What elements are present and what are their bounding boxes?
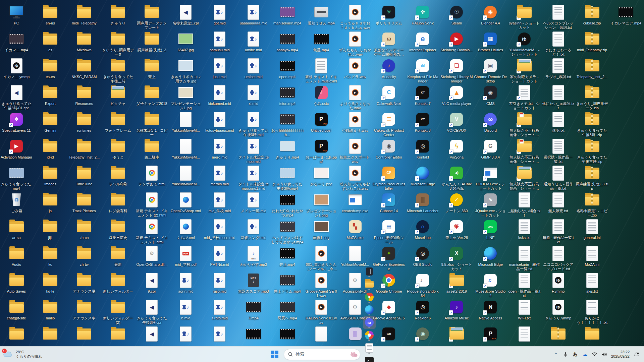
desktop-icon[interactable]: ◉↗Controller Editor <box>372 138 406 160</box>
desktop-icon[interactable]: ▶↗Steinberg Downlo... <box>440 31 474 52</box>
desktop-icon[interactable]: ☰↗Cakewalk Product Center <box>372 111 406 137</box>
notification-bell-icon[interactable] <box>633 350 639 359</box>
desktop-icon[interactable] <box>541 326 575 343</box>
volume-icon[interactable] <box>601 350 607 359</box>
desktop-icon[interactable]: きゅうり食ってた午後3時.mp4 <box>270 165 304 191</box>
desktop-icon[interactable]: Images <box>33 165 67 186</box>
desktop-icon[interactable]: ar-sa <box>0 219 34 240</box>
desktop-icon[interactable]: ♪umibet.mid <box>236 58 270 79</box>
desktop-icon[interactable]: イカレマニア.mp4 <box>609 4 643 25</box>
desktop-icon[interactable]: ニコニコバックアップロード.txt <box>541 245 575 271</box>
desktop-icon[interactable] <box>67 326 101 343</box>
desktop-icon[interactable]: ♪b.mid <box>169 299 203 320</box>
desktop-icon[interactable]: ♪メドレー風.mid <box>236 192 270 213</box>
desktop-icon[interactable]: midi_Telepathy.zip <box>575 31 609 52</box>
desktop-icon[interactable]: V↗VOICEVOX <box>440 111 474 133</box>
desktop-icon[interactable]: ♪ <box>203 326 236 343</box>
wifi-icon[interactable] <box>592 350 598 359</box>
desktop-icon[interactable]: malib <box>33 299 67 320</box>
desktop-icon[interactable]: ↗ <box>440 326 474 343</box>
desktop-icon[interactable]: Gemini <box>33 111 67 133</box>
desktop-icon[interactable]: ♪新規ソング.mid <box>236 219 270 240</box>
desktop-icon[interactable]: ゆきゅうり.ymmp <box>541 299 575 320</box>
onedrive-icon[interactable]: ☁ <box>582 350 588 359</box>
weather-widget[interactable]: 9+ 28°C くもりのち晴れ <box>0 347 46 362</box>
desktop-icon[interactable]: 無人販売.txt <box>541 192 575 213</box>
desktop-icon[interactable]: 井上ドラム.mp4 <box>270 272 304 294</box>
desktop-icon[interactable]: ♪うみ.ustx <box>304 84 338 106</box>
desktop-icon[interactable]: ♪rajio.mid <box>203 272 236 294</box>
desktop-icon[interactable]: きゅうり食ってた午後三時 <box>101 58 135 83</box>
desktop-icon[interactable]: ◀9.cpr <box>135 272 169 294</box>
desktop-icon[interactable]: manisekarin.mp4 <box>270 4 304 25</box>
desktop-icon[interactable]: ılıl↗Keepforest File Manager <box>406 58 440 83</box>
desktop-icon[interactable]: ◎↗OBS Studio <box>406 245 440 267</box>
desktop-icon[interactable]: es <box>33 31 67 52</box>
desktop-icon[interactable]: 名称未設定1 - コピー <box>135 111 169 137</box>
desktop-icon[interactable]: ▒↗Minecraft Launcher <box>406 192 440 213</box>
desktop-icon[interactable]: LINE↗LINE <box>474 219 507 240</box>
desktop-icon[interactable] <box>236 326 270 343</box>
desktop-icon[interactable]: レジ袋有料 <box>101 192 135 213</box>
desktop-icon[interactable]: 新しいフォルダー <box>101 272 135 294</box>
desktop-icon[interactable]: ピクチャ <box>101 84 135 106</box>
desktop-icon[interactable]: 売上 <box>135 58 169 79</box>
desktop-icon[interactable]: ✓↗ノートン 360 <box>440 192 474 213</box>
taskbar-app-discord[interactable]: ω <box>363 316 376 329</box>
desktop-icon[interactable]: ▶↗Activation Manager <box>0 138 34 160</box>
desktop-icon[interactable]: ありがとう！！！！！！.txt <box>575 299 609 325</box>
desktop-icon[interactable]: かるーく.png <box>304 165 338 186</box>
desktop-icon[interactable]: ✜↗HALion Sonic <box>406 4 440 25</box>
desktop-icon[interactable]: 羽尻へ.mp4 <box>270 299 304 320</box>
desktop-icon[interactable] <box>33 326 67 343</box>
desktop-icon[interactable]: 筆↗筆まめ Ver.28 <box>440 219 474 240</box>
desktop-icon[interactable]: ♪hamusu.mid <box>203 31 236 52</box>
desktop-icon[interactable] <box>270 326 304 343</box>
desktop-icon[interactable]: jijii <box>33 219 67 240</box>
desktop-icon[interactable]: きゅうり.mp4 <box>270 138 304 160</box>
desktop-icon[interactable]: ∿↗JQuake.exe - ショートカット <box>474 192 507 218</box>
desktop-icon[interactable]: 無題 - 親作品一覧.txt <box>541 219 575 244</box>
desktop-icon[interactable]: 最新 <box>101 245 135 267</box>
desktop-icon[interactable]: ♪sirofo.mid <box>203 299 236 320</box>
desktop-icon[interactable]: ◀ <box>135 326 169 343</box>
desktop-icon[interactable]: midi_Telepathy <box>67 4 101 25</box>
desktop-icon[interactable]: ohhayo-.mp4 <box>270 31 304 52</box>
desktop-icon[interactable]: ♪mid_学校muse.mid <box>203 219 236 240</box>
desktop-icon[interactable]: 新規 テキスト ドキュメント (2).html <box>135 192 169 218</box>
desktop-icon[interactable]: 名称未設定1 - コピー.zip <box>575 192 609 218</box>
desktop-icon[interactable]: open - 親作品一覧.txt <box>507 272 541 298</box>
desktop-icon[interactable]: ◀きゅうり食ってた午後3時-01.cpr <box>0 84 34 110</box>
desktop-icon[interactable]: cubase.zip <box>575 4 609 25</box>
desktop-icon[interactable]: きゅうり_調声用データ <box>101 31 135 57</box>
desktop-icon[interactable]: 調声練習(失敗)_3.zip <box>575 165 609 191</box>
desktop-icon[interactable]: C↗Cakewalk Next <box>372 84 406 106</box>
taskbar-app-edge[interactable] <box>363 303 376 316</box>
desktop-icon[interactable]: ja <box>33 192 67 213</box>
desktop-icon[interactable]: 通知うぜえ - 親作品一覧.txt <box>541 165 575 191</box>
desktop-icon[interactable]: ✦↗GeForce Experience <box>372 245 406 271</box>
desktop-icon[interactable]: ♪jusu.mid <box>203 58 236 79</box>
desktop-icon[interactable]: YukkuriMovieM... <box>338 245 372 267</box>
desktop-icon[interactable]: ↗syasinn - ショートカット <box>507 4 541 30</box>
desktop-icon[interactable]: おっhhhhhhhhhhhhh... <box>270 111 304 137</box>
tray-clock[interactable]: 23:22 2025/09/22 <box>611 350 630 359</box>
desktop-icon[interactable]: Resources <box>67 84 101 106</box>
desktop-icon[interactable]: ♩↗Plogue sforzando x64 <box>406 272 440 298</box>
desktop-icon[interactable]: ❏↗Steinberg Library Manager <box>440 58 474 83</box>
desktop-icon[interactable]: ◆↗Groove Agent SE 5 <box>372 299 406 320</box>
taskbar-search-input[interactable]: 検索 <box>284 349 360 360</box>
desktop-icon[interactable]: createdump.exe <box>338 192 372 213</box>
desktop-icon[interactable]: ♪kotusytuaaus.mid <box>203 111 236 133</box>
desktop-icon[interactable]: ♪↗Audacity <box>372 58 406 79</box>
desktop-icon[interactable]: ❖↗SpectraLayers 11 <box>0 111 34 133</box>
desktop-icon[interactable]: 父子キャンプ2018 <box>135 84 169 106</box>
desktop-icon[interactable]: ◀↗Cubase 14 <box>372 192 406 213</box>
desktop-icon[interactable]: ▶よりうるさくなった.wav <box>338 84 372 110</box>
desktop-icon[interactable]: ♪PVTNd.mid <box>203 245 236 267</box>
desktop-icon[interactable]: 営業日変更 <box>101 219 135 240</box>
desktop-icon[interactable]: ▶こってゅｈｄすおｆｄｓｂふぉ.wav <box>338 4 372 30</box>
desktop-icon[interactable]: ko <box>33 245 67 267</box>
desktop-icon[interactable]: アナウンス冬 <box>67 299 101 320</box>
taskbar-app-phone-link[interactable] <box>363 265 376 278</box>
